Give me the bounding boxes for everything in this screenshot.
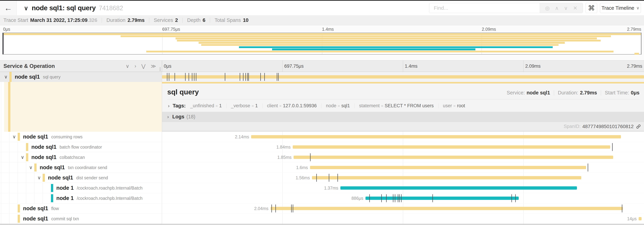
log-marker[interactable] — [277, 73, 277, 81]
expand-all-icon[interactable]: ≫ — [151, 63, 156, 69]
span-tree-cell[interactable]: ∨node sql1consuming rows — [0, 132, 162, 142]
span-timeline-cell[interactable]: 1.85ms — [162, 152, 644, 162]
minimap-canvas[interactable] — [2, 33, 642, 55]
span-row[interactable]: node 1/cockroach.roachpb.Internal/Batch8… — [0, 193, 644, 203]
span-timeline-cell[interactable]: 2.14ms — [162, 132, 644, 142]
span-row[interactable]: node 1/cockroach.roachpb.Internal/Batch1… — [0, 183, 644, 193]
span-row[interactable]: ∨node sql1dist sender send1.56ms — [0, 173, 644, 183]
log-marker[interactable] — [169, 73, 169, 81]
log-marker[interactable] — [381, 194, 382, 202]
root-span-row[interactable]: ∨ node sql1 sql query — [0, 72, 644, 82]
log-marker[interactable] — [432, 194, 433, 202]
log-marker[interactable] — [194, 73, 194, 81]
log-marker[interactable] — [188, 73, 189, 81]
log-marker[interactable] — [386, 194, 387, 202]
log-marker[interactable] — [369, 194, 370, 202]
span-row[interactable]: ∨node sql1txn coordinator send1.6ms — [0, 162, 644, 173]
span-bar[interactable] — [251, 135, 621, 138]
root-span-timeline-cell[interactable] — [162, 72, 644, 82]
log-marker[interactable] — [398, 194, 398, 202]
span-tree-cell[interactable]: node 1/cockroach.roachpb.Internal/Batch — [0, 193, 162, 203]
span-timeline-cell[interactable]: 1.84ms — [162, 142, 644, 152]
span-bar[interactable] — [639, 217, 642, 220]
span-row[interactable]: node sql1batch flow coordinator1.84ms — [0, 142, 644, 152]
expand-one-icon[interactable]: › — [134, 63, 136, 69]
span-tree-cell[interactable]: node sql1commit sql txn — [0, 214, 162, 224]
log-marker[interactable] — [185, 73, 186, 81]
span-tree-cell[interactable]: ∨node sql1dist sender send — [0, 173, 162, 183]
span-bar[interactable] — [162, 75, 644, 79]
log-marker[interactable] — [174, 73, 175, 81]
span-chevron-icon[interactable]: ∨ — [38, 175, 43, 180]
log-marker[interactable] — [248, 73, 249, 81]
next-match-icon[interactable]: ∨ — [564, 5, 568, 11]
locate-icon[interactable]: ◎ — [545, 5, 550, 11]
log-marker[interactable] — [293, 204, 293, 212]
keyboard-shortcuts-button[interactable]: ⌘ — [586, 3, 597, 13]
span-tree-cell[interactable]: node 1/cockroach.roachpb.Internal/Batch — [0, 183, 162, 193]
log-marker[interactable] — [399, 194, 400, 202]
log-marker[interactable] — [225, 73, 225, 81]
log-marker[interactable] — [291, 204, 292, 212]
back-button[interactable]: ← — [0, 1, 17, 15]
span-chevron-icon[interactable]: ∨ — [21, 154, 26, 160]
span-row[interactable]: ∨node sql1colbatchscan1.85ms — [0, 152, 644, 162]
view-selector-button[interactable]: Trace Timeline ∨ — [600, 3, 641, 13]
span-timeline-cell[interactable]: 14μs — [162, 214, 644, 224]
span-timeline-cell[interactable]: 2.04ms — [162, 203, 644, 214]
span-row[interactable]: ∨node sql1consuming rows2.14ms — [0, 132, 644, 142]
log-marker[interactable] — [272, 204, 272, 212]
span-tree-cell[interactable]: ∨node sql1colbatchscan — [0, 152, 162, 162]
log-marker[interactable] — [276, 204, 276, 212]
span-bar[interactable] — [340, 186, 577, 190]
clear-search-icon[interactable]: ✕ — [573, 5, 578, 11]
minimap-right-handle[interactable] — [641, 33, 642, 54]
log-marker[interactable] — [393, 194, 394, 202]
span-bar[interactable] — [312, 176, 582, 179]
log-marker[interactable] — [512, 194, 512, 202]
span-row[interactable]: node sql1commit sql txn14μs — [0, 214, 644, 224]
log-marker[interactable] — [240, 73, 240, 81]
collapse-one-icon[interactable]: ∨ — [126, 63, 129, 69]
column-resize-handle[interactable]: ∥ — [159, 67, 161, 71]
span-chevron-icon[interactable]: ∨ — [4, 74, 9, 80]
log-marker[interactable] — [243, 73, 244, 81]
log-marker[interactable] — [246, 73, 246, 81]
log-marker[interactable] — [278, 73, 279, 81]
log-marker[interactable] — [401, 194, 402, 202]
log-marker[interactable] — [612, 143, 613, 151]
log-marker[interactable] — [192, 73, 192, 81]
logs-accordion[interactable]: › Logs (18) — [162, 112, 644, 122]
tags-accordion[interactable]: › Tags: _unfinished=1_verbose=1client=12… — [162, 99, 644, 109]
collapse-all-icon[interactable]: ⋁ — [142, 63, 146, 69]
log-marker[interactable] — [264, 73, 265, 81]
span-row[interactable]: node sql1flow2.04ms — [0, 203, 644, 214]
log-marker[interactable] — [588, 163, 588, 171]
log-marker[interactable] — [316, 174, 317, 182]
span-tree-cell[interactable]: ∨node sql1txn coordinator send — [0, 162, 162, 173]
link-icon[interactable] — [636, 124, 641, 129]
log-marker[interactable] — [310, 153, 310, 161]
minimap-left-handle[interactable] — [2, 33, 4, 54]
prev-match-icon[interactable]: ∧ — [555, 5, 559, 11]
log-marker[interactable] — [247, 73, 248, 81]
log-marker[interactable] — [329, 174, 329, 182]
span-chevron-icon[interactable]: ∨ — [29, 165, 34, 170]
span-chevron-icon[interactable]: ∨ — [12, 134, 18, 140]
log-marker[interactable] — [260, 73, 261, 81]
span-timeline-cell[interactable]: 1.37ms — [162, 183, 644, 193]
span-bar[interactable] — [294, 156, 613, 159]
span-bar[interactable] — [310, 166, 586, 169]
span-tree-cell[interactable]: node sql1batch flow coordinator — [0, 142, 162, 152]
span-timeline-cell[interactable]: 886μs — [162, 193, 644, 203]
log-marker[interactable] — [167, 73, 168, 81]
collapse-chevron-icon[interactable]: ∨ — [24, 5, 28, 12]
span-bar[interactable] — [366, 197, 519, 200]
span-timeline-cell[interactable]: 1.56ms — [162, 173, 644, 183]
span-timeline-cell[interactable]: 1.6ms — [162, 162, 644, 173]
log-marker[interactable] — [515, 194, 516, 202]
span-bar[interactable] — [293, 145, 610, 149]
log-marker[interactable] — [395, 194, 395, 202]
log-marker[interactable] — [338, 174, 338, 182]
log-marker[interactable] — [196, 73, 196, 81]
